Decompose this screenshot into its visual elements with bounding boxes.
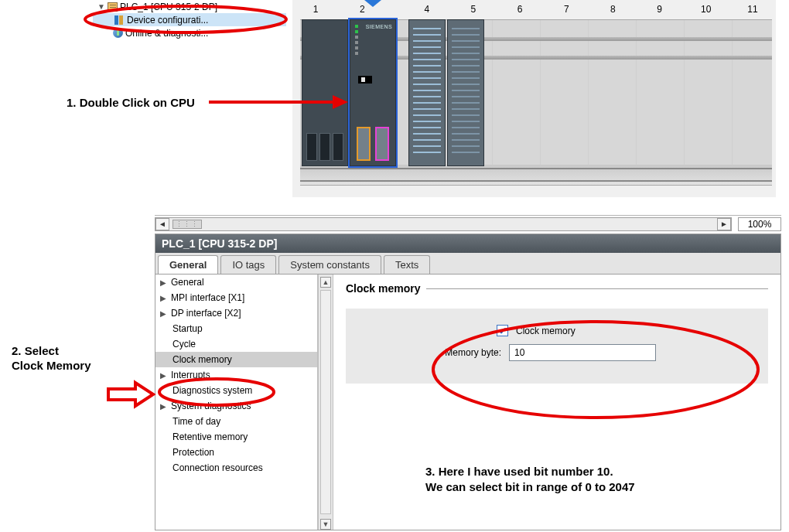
tree-item-device-config[interactable]: Device configurati...: [93, 13, 286, 26]
section-header: Clock memory: [346, 282, 768, 295]
slot-label: 4: [404, 4, 450, 15]
slot-number-row: 1 2 4 5 6 7 8 9 10 11: [292, 4, 776, 15]
slot-label: 2: [339, 4, 385, 15]
module-cpu[interactable]: SIEMENS: [350, 19, 396, 166]
nav-item-interrupts[interactable]: ▶Interrupts: [155, 367, 317, 383]
module-power-supply[interactable]: [302, 19, 348, 166]
brand-label: SIEMENS: [366, 24, 392, 29]
slot-label: 1: [292, 4, 339, 15]
zoom-level[interactable]: 100%: [738, 217, 781, 231]
slot-label: 11: [729, 4, 776, 15]
slot-label: 5: [450, 4, 497, 15]
caret-right-icon: ▶: [160, 278, 166, 287]
plc-icon: [108, 2, 118, 12]
properties-nav: ▶General ▶MPI interface [X1] ▶DP interfa…: [155, 275, 318, 530]
caret-right-icon: ▶: [160, 294, 166, 302]
tree-item-plc[interactable]: ▼ PLC_1 [CPU 315-2 DP]: [93, 0, 286, 13]
tab-io-tags[interactable]: IO tags: [220, 255, 276, 274]
scroll-right-button[interactable]: ►: [717, 218, 731, 230]
section-title: Clock memory: [346, 282, 420, 295]
slot-gap: [385, 4, 403, 15]
tree-label: PLC_1 [CPU 315-2 DP]: [120, 2, 217, 12]
memory-byte-label: Memory byte:: [435, 347, 501, 358]
nav-item-clock-memory[interactable]: Clock memory: [155, 352, 317, 367]
horizontal-scrollbar[interactable]: ◄ ⋮⋮⋮ ►: [155, 217, 732, 231]
nav-item-sys-diag[interactable]: ▶System diagnostics: [155, 398, 317, 414]
nav-item-dp[interactable]: ▶DP interface [X2]: [155, 305, 317, 321]
scroll-thumb[interactable]: ⋮⋮⋮: [172, 220, 202, 229]
slot-label: 9: [637, 4, 683, 15]
scroll-up-button[interactable]: ▲: [320, 277, 331, 288]
cpu-mode-switch-icon: [358, 76, 372, 84]
nav-item-retentive[interactable]: Retentive memory: [155, 429, 317, 445]
module-io-2[interactable]: [447, 19, 484, 166]
tree-label: Device configurati...: [127, 15, 208, 26]
scroll-down-button[interactable]: ▼: [320, 519, 331, 530]
checkbox-label: Clock memory: [516, 326, 576, 336]
splitter[interactable]: ▲ ▼: [318, 275, 333, 530]
scroll-track[interactable]: [320, 290, 331, 514]
nav-item-diag-system[interactable]: Diagnostics system: [155, 383, 317, 398]
caret-down-icon: ▼: [97, 2, 105, 11]
project-tree: ▼ PLC_1 [CPU 315-2 DP] Device configurat…: [93, 0, 286, 39]
cpu-leds: [355, 25, 358, 55]
module-io-1[interactable]: [408, 19, 446, 166]
nav-item-mpi[interactable]: ▶MPI interface [X1]: [155, 290, 317, 305]
properties-content: Clock memory ✔ Clock memory Memory byte:: [333, 275, 780, 530]
hardware-rack-view: 1 2 4 5 6 7 8 9 10 11 SIEMENS: [292, 0, 776, 197]
slot-label: 8: [589, 4, 636, 15]
row-memory-byte: Memory byte:: [365, 344, 749, 361]
slot-label: 10: [683, 4, 729, 15]
scroll-left-button[interactable]: ◄: [155, 218, 169, 230]
connector-x2-icon: [375, 127, 389, 161]
clock-memory-checkbox[interactable]: ✔: [497, 325, 508, 336]
nav-item-general[interactable]: ▶General: [155, 275, 317, 290]
nav-item-protection[interactable]: Protection: [155, 445, 317, 460]
memory-byte-input[interactable]: [509, 344, 656, 361]
properties-title: PLC_1 [CPU 315-2 DP]: [155, 234, 780, 253]
tree-item-online-diag[interactable]: Online & diagnosti...: [93, 26, 286, 39]
nav-item-connection-resources[interactable]: Connection resources: [155, 460, 317, 476]
caret-right-icon: ▶: [160, 402, 166, 411]
hscroll-row: ◄ ⋮⋮⋮ ► 100%: [155, 215, 781, 232]
tree-label: Online & diagnosti...: [125, 28, 208, 39]
tab-system-constants[interactable]: System constants: [278, 255, 381, 274]
diagnostics-icon: [113, 28, 123, 38]
annotation-step1: 1. Double Click on CPU: [67, 96, 195, 109]
clock-memory-form: ✔ Clock memory Memory byte:: [346, 309, 768, 384]
tab-texts[interactable]: Texts: [384, 255, 430, 274]
properties-panel: PLC_1 [CPU 315-2 DP] General IO tags Sys…: [155, 234, 781, 530]
row-clock-checkbox: ✔ Clock memory: [365, 325, 749, 336]
connector-x1-icon: [357, 127, 371, 161]
nav-item-time-of-day[interactable]: Time of day: [155, 414, 317, 429]
nav-item-cycle[interactable]: Cycle: [155, 336, 317, 352]
slot-label: 6: [497, 4, 543, 15]
annotation-step2: 2. SelectClock Memory: [12, 344, 91, 373]
properties-tabbar: General IO tags System constants Texts: [155, 253, 780, 275]
slot-label: 7: [543, 4, 589, 15]
caret-right-icon: ▶: [160, 309, 166, 318]
nav-item-startup[interactable]: Startup: [155, 321, 317, 336]
caret-right-icon: ▶: [160, 371, 166, 380]
tab-general[interactable]: General: [158, 255, 218, 274]
device-config-icon: [113, 15, 125, 26]
